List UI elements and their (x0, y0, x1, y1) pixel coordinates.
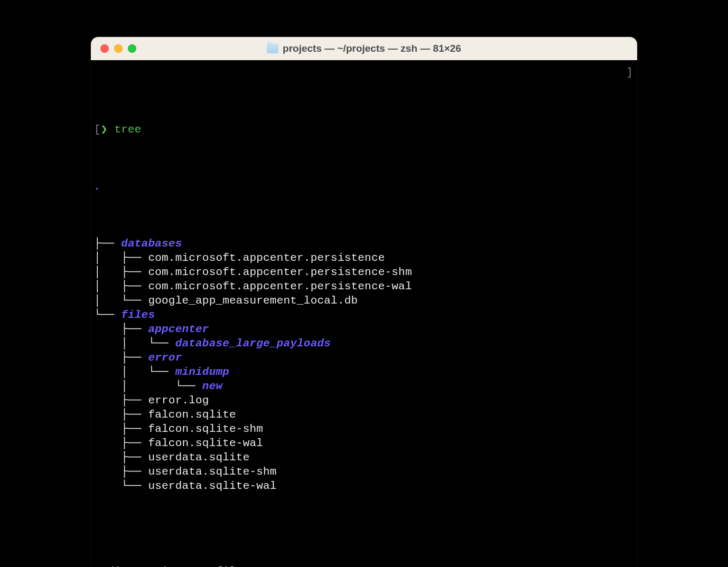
tree-line: │ ├── com.microsoft.appcenter.persistenc… (94, 251, 634, 265)
traffic-lights (100, 44, 136, 53)
directory-name: files (121, 308, 155, 322)
window-title-wrap: projects — ~/projects — zsh — 81×26 (91, 43, 637, 54)
right-bracket: ] (626, 65, 633, 80)
tree-prefix: │ ├── (94, 265, 148, 279)
prompt-line: [❯ tree (94, 122, 634, 137)
titlebar: projects — ~/projects — zsh — 81×26 (91, 37, 637, 60)
directory-name: error (148, 351, 182, 365)
file-name: userdata.sqlite-wal (148, 479, 276, 493)
tree-line: ├── appcenter (94, 322, 634, 336)
tree-prefix: ├── (94, 450, 148, 465)
folder-icon (267, 44, 278, 53)
tree-prefix: ├── (94, 422, 148, 436)
file-name: falcon.sqlite-wal (148, 436, 263, 450)
tree-line: │ └── database_large_payloads (94, 336, 634, 351)
tree-line: │ ├── com.microsoft.appcenter.persistenc… (94, 265, 634, 279)
tree-prefix: ├── (94, 408, 148, 422)
tree-line: │ └── minidump (94, 365, 634, 379)
directory-name: minidump (175, 365, 229, 379)
tree-line: ├── userdata.sqlite (94, 450, 634, 465)
file-name: falcon.sqlite-shm (148, 422, 263, 436)
tree-line: ├── falcon.sqlite-shm (94, 422, 634, 436)
tree-line: ├── falcon.sqlite (94, 408, 634, 422)
directory-name: new (202, 379, 222, 393)
directory-name: appcenter (148, 322, 209, 336)
directory-name: database_large_payloads (175, 336, 331, 351)
tree-line: │ └── google_app_measurement_local.db (94, 294, 634, 308)
terminal-body[interactable]: ] [❯ tree . ├── databases│ ├── com.micro… (91, 60, 637, 567)
tree-root-dot: . (94, 179, 101, 194)
tree-prefix: │ └── (94, 365, 175, 379)
window-title: projects — ~/projects — zsh — 81×26 (283, 43, 461, 54)
command-text: tree (114, 122, 141, 137)
terminal-window: projects — ~/projects — zsh — 81×26 ] [❯… (91, 37, 637, 567)
file-name: error.log (148, 393, 209, 408)
tree-root: . (94, 179, 634, 194)
tree-prefix: └── (94, 308, 121, 322)
tree-line: ├── falcon.sqlite-wal (94, 436, 634, 450)
tree-prefix: ├── (94, 436, 148, 450)
tree-summary: 7 directories, 11 files (94, 564, 634, 567)
tree-prefix: │ └── (94, 294, 148, 308)
tree-prefix: │ ├── (94, 279, 148, 294)
file-name: falcon.sqlite (148, 408, 236, 422)
tree-prefix: ├── (94, 237, 121, 251)
tree-line: │ └── new (94, 379, 634, 393)
file-name: userdata.sqlite (148, 450, 249, 465)
tree-line: │ ├── com.microsoft.appcenter.persistenc… (94, 279, 634, 294)
tree-line: └── files (94, 308, 634, 322)
close-button[interactable] (100, 44, 109, 53)
tree-line: ├── databases (94, 237, 634, 251)
tree-prefix: │ ├── (94, 251, 148, 265)
file-name: google_app_measurement_local.db (148, 294, 358, 308)
tree-line: └── userdata.sqlite-wal (94, 479, 634, 493)
directory-name: databases (121, 237, 182, 251)
tree-prefix: ├── (94, 322, 148, 336)
tree-prefix: ├── (94, 393, 148, 408)
file-name: com.microsoft.appcenter.persistence (148, 251, 385, 265)
file-name: com.microsoft.appcenter.persistence-shm (148, 265, 412, 279)
tree-prefix: │ └── (94, 379, 202, 393)
tree-prefix: ├── (94, 465, 148, 479)
file-name: com.microsoft.appcenter.persistence-wal (148, 279, 412, 294)
tree-line: ├── error.log (94, 393, 634, 408)
zoom-button[interactable] (128, 44, 136, 53)
tree-line: ├── error (94, 351, 634, 365)
prompt-symbol: ❯ (101, 122, 108, 137)
tree-output: ├── databases│ ├── com.microsoft.appcent… (94, 237, 634, 493)
tree-prefix: └── (94, 479, 148, 493)
tree-prefix: ├── (94, 351, 148, 365)
file-name: userdata.sqlite-shm (148, 465, 276, 479)
left-bracket: [ (94, 122, 101, 137)
tree-line: ├── userdata.sqlite-shm (94, 465, 634, 479)
tree-prefix: │ └── (94, 336, 175, 351)
minimize-button[interactable] (114, 44, 123, 53)
